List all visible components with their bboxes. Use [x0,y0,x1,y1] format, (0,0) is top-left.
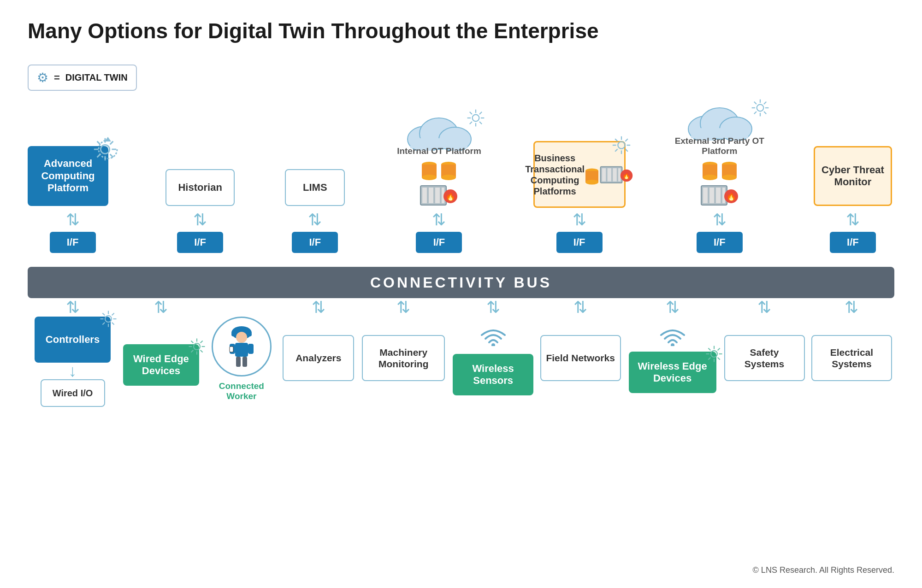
svg-line-51 [615,139,617,141]
svg-rect-105 [236,357,241,367]
svg-line-118 [708,358,710,360]
svg-line-34 [479,112,482,114]
svg-rect-42 [613,168,616,182]
svg-point-38 [585,180,598,185]
gear-icon-business [611,135,632,156]
svg-line-96 [201,350,203,353]
col-business-transactional: Business Transactional Computing Platfor… [531,141,628,253]
if-historian: I/F [177,232,223,253]
firewall-internal-ot: 🔥 [420,185,458,208]
svg-line-98 [191,350,193,353]
col-controllers: ⇅ Controllers [28,298,118,407]
gear-icon-wireless-edge [704,344,724,364]
if-cyber-threat: I/F [830,232,876,253]
svg-point-101 [236,332,247,343]
legend: ⚙ = DIGITAL TWIN [28,65,137,91]
svg-point-16 [422,175,437,180]
svg-text:🔥: 🔥 [445,191,456,201]
svg-rect-66 [703,188,708,203]
if-business: I/F [556,232,603,253]
wifi-icon-wireless-edge [659,326,686,348]
if-lims: I/F [292,232,338,253]
gear-icon-wired-edge [187,337,207,356]
svg-line-79 [764,102,766,104]
svg-line-86 [102,313,105,315]
col-wired-edge: ⇅ Wired Edge Devices [119,298,202,386]
svg-rect-68 [716,188,721,203]
svg-point-46 [618,141,625,148]
svg-line-80 [754,112,757,114]
page-title: Many Options for Digital Twin Throughout… [28,18,894,43]
worker-circle [212,317,272,376]
svg-point-110 [711,351,717,357]
svg-line-35 [470,122,472,124]
box-safety: Safety Systems [724,335,805,381]
box-controllers: Controllers [35,317,111,363]
svg-point-109 [671,343,674,346]
box-lims: LIMS [285,169,345,206]
svg-rect-107 [230,347,233,352]
svg-point-19 [441,175,456,180]
svg-line-116 [717,358,720,360]
wifi-icon-sensors [479,326,507,350]
box-field-networks: Field Networks [540,335,621,381]
svg-text:🔥: 🔥 [726,191,737,201]
db-internal-ot-1 [421,160,437,182]
svg-line-95 [191,341,193,343]
box-wired-edge: Wired Edge Devices [123,344,199,386]
if-internal-ot: I/F [416,232,462,253]
gear-icon-controllers [99,309,118,329]
box-electrical: Electrical Systems [811,335,892,381]
legend-label: DIGITAL TWIN [65,72,128,83]
col-analyzers: ⇅ Analyzers [280,298,356,381]
gear-icon-external-ot [750,98,770,118]
col-external-ot: External 3rd Party OT Platform [674,101,766,253]
svg-rect-67 [709,188,714,203]
svg-point-81 [105,316,112,322]
col-wireless-edge: ⇅ Wireless Edge Devices [625,298,720,393]
box-wired-io: Wired I/O [41,379,105,407]
svg-line-87 [112,323,114,325]
svg-rect-23 [435,188,440,203]
svg-line-77 [754,102,757,104]
label-external-ot: External 3rd Party OT Platform [674,136,766,156]
box-wireless-sensors: Wireless Sensors [453,354,533,395]
cloud-external-ot [683,101,757,141]
svg-line-89 [102,323,105,325]
svg-line-32 [470,112,472,114]
box-machinery: Machinery Monitoring [362,335,445,381]
svg-point-108 [491,343,495,346]
gear-icon-internal-ot [466,108,486,128]
svg-line-115 [708,348,710,350]
firewall-external-ot: 🔥 [700,185,739,208]
arrow-internal-ot: ⇅ [432,212,446,228]
svg-line-78 [764,112,766,114]
legend-equals: = [54,72,60,84]
col-wireless-sensors: ⇅ Wireless Sensors [450,298,536,395]
svg-rect-106 [242,357,247,367]
svg-point-27 [472,115,479,122]
page-container: Many Options for Digital Twin Throughout… [0,0,922,588]
copyright: © LNS Research. All Rights Reserved. [753,565,894,575]
if-external-ot: I/F [697,232,743,253]
label-internal-ot: Internal OT Platform [397,146,481,156]
svg-text:🔥: 🔥 [622,171,631,180]
svg-rect-104 [248,344,254,354]
svg-line-88 [112,313,114,315]
circular-arrow-advanced [92,133,124,165]
svg-rect-40 [602,168,606,182]
if-advanced: I/F [50,232,96,253]
svg-line-53 [625,139,627,141]
arrow-business: ⇅ [573,212,586,228]
box-cyber-threat: Cyber Threat Monitor [814,146,892,206]
col-lims: LIMS ⇅ I/F [283,169,347,253]
svg-line-97 [201,341,203,343]
svg-rect-41 [608,168,611,182]
col-internal-ot: Internal OT Platform [393,112,485,253]
col-cyber-threat: Cyber Threat Monitor ⇅ I/F [811,146,894,253]
label-connected-worker: Connected Worker [205,381,278,401]
arrow-historian: ⇅ [193,212,207,228]
svg-point-64 [722,175,737,180]
col-historian: Historian ⇅ I/F [163,169,237,253]
svg-point-61 [703,175,717,180]
